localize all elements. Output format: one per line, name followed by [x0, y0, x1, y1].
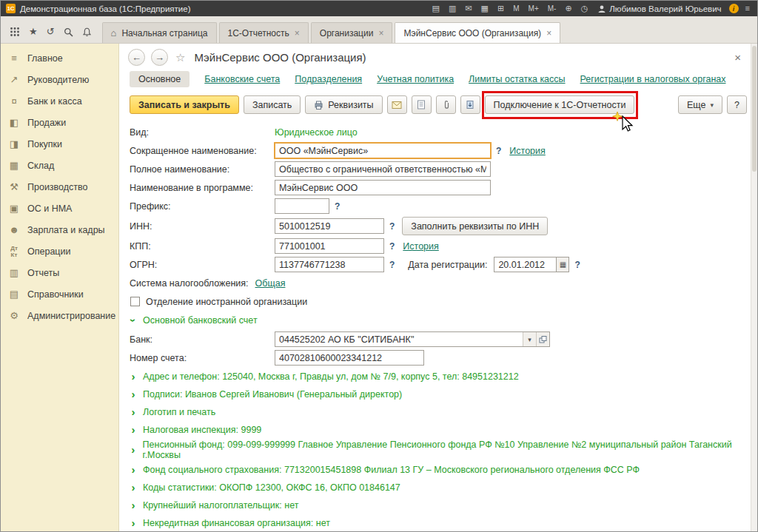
memory-minus-button[interactable]: M-: [546, 4, 559, 13]
zoom-icon[interactable]: ⊕: [563, 1, 574, 16]
help-icon[interactable]: ?: [389, 221, 395, 232]
ogrn-input[interactable]: [275, 257, 384, 272]
production-icon: ⚒: [7, 181, 21, 192]
sidebar-item-administration[interactable]: ⚙Администрирование: [1, 305, 118, 326]
short-name-history-link[interactable]: История: [509, 146, 545, 156]
sidebar-item-operations[interactable]: Дт КтОперации: [1, 240, 118, 262]
close-form-icon[interactable]: ×: [734, 51, 741, 64]
printer-icon[interactable]: ▥: [446, 1, 458, 16]
calendar-icon[interactable]: ▦: [556, 257, 569, 272]
save-button[interactable]: Записать: [244, 95, 301, 114]
more-button[interactable]: Еще ▾: [678, 95, 722, 114]
cash-icon: ¤: [7, 95, 21, 107]
tab-mainservice-organization[interactable]: МэйнСервис ООО (Организация) ×: [395, 22, 560, 43]
kpp-history-link[interactable]: История: [403, 241, 438, 252]
tab-main[interactable]: Основное: [130, 71, 190, 87]
tab-tax-registrations[interactable]: Регистрации в налоговых органах: [580, 74, 726, 84]
search-icon[interactable]: [64, 27, 73, 37]
scrollbar-thumb[interactable]: [752, 46, 757, 172]
notifications-bell-icon[interactable]: [82, 27, 92, 37]
section-statistics-codes[interactable]: ›Коды статистики: ОКОПФ 12300, ОКФС 16, …: [130, 479, 747, 496]
tab-1c-reporting[interactable]: 1С-Отчетность ×: [219, 22, 309, 43]
help-icon[interactable]: ?: [574, 260, 580, 270]
section-tax-inspection[interactable]: ›Налоговая инспекция: 9999: [130, 422, 747, 438]
full-name-input[interactable]: [275, 161, 491, 177]
tab-close-icon[interactable]: ×: [546, 28, 551, 38]
foreign-branch-checkbox[interactable]: [130, 297, 140, 306]
sections-grid-icon[interactable]: [10, 27, 20, 37]
help-button[interactable]: ?: [727, 95, 747, 114]
mail-icon[interactable]: ✉: [463, 1, 474, 16]
history-icon[interactable]: ↺: [47, 27, 55, 37]
section-pension-fund[interactable]: ›Пенсионный фонд: 099-099-999999 Главное…: [130, 440, 747, 460]
vertical-scrollbar[interactable]: [751, 44, 757, 531]
attachments-button[interactable]: [436, 95, 456, 114]
sidebar-item-bank-cash[interactable]: ¤Банк и касса: [1, 90, 118, 112]
section-largest-taxpayer[interactable]: ›Крупнейший налогоплательщик: нет: [130, 497, 747, 514]
full-name-row: Полное наименование:: [130, 161, 747, 177]
program-name-input[interactable]: [275, 180, 491, 195]
monitor-icon[interactable]: ▤: [430, 1, 442, 16]
sidebar-item-manager[interactable]: ↗Руководителю: [1, 69, 118, 90]
window-titlebar: 1С Демонстрационная база (1С:Предприятие…: [1, 1, 757, 16]
tab-cash-limits[interactable]: Лимиты остатка кассы: [469, 74, 565, 84]
note-button[interactable]: [412, 95, 432, 114]
favorite-star-icon[interactable]: ☆: [175, 51, 185, 64]
prefix-input[interactable]: [275, 198, 329, 214]
calculator-icon[interactable]: ⊞: [495, 1, 506, 16]
favorites-star-icon[interactable]: ★: [29, 27, 38, 37]
section-non-credit-org[interactable]: ›Некредитная финансовая организация: нет: [130, 515, 747, 531]
inn-input[interactable]: [275, 218, 384, 234]
back-button[interactable]: ←: [128, 49, 145, 66]
account-number-input[interactable]: [275, 350, 424, 366]
short-name-input[interactable]: [275, 143, 491, 158]
kpp-input[interactable]: [275, 238, 384, 254]
tab-organizations[interactable]: Организации ×: [311, 22, 393, 43]
memory-button[interactable]: M: [511, 4, 521, 13]
sidebar-item-purchases[interactable]: ◨Покупки: [1, 133, 118, 155]
tab-accounting-policy[interactable]: Учетная политика: [377, 74, 454, 84]
section-signatures[interactable]: ›Подписи: Иванов Сергей Иванович (Генера…: [130, 386, 747, 403]
tab-close-icon[interactable]: ×: [295, 28, 300, 38]
bank-input[interactable]: [275, 332, 523, 346]
sidebar-item-main[interactable]: ≡Главное: [1, 47, 118, 69]
requisites-button[interactable]: Реквизиты: [305, 95, 382, 114]
section-address-phone[interactable]: ›Адрес и телефон: 125040, Москва г, Прав…: [130, 368, 747, 385]
load-button[interactable]: [460, 95, 480, 114]
current-user[interactable]: Любимов Валерий Юрьевич: [597, 4, 721, 13]
open-item-icon[interactable]: [536, 332, 549, 346]
sidebar-item-directories[interactable]: ▤Справочники: [1, 283, 118, 305]
section-social-insurance[interactable]: ›Фонд социального страхования: 771320015…: [130, 462, 747, 478]
tab-bank-accounts[interactable]: Банковские счета: [204, 74, 280, 84]
fill-by-inn-button[interactable]: Заполнить реквизиты по ИНН: [402, 217, 548, 235]
sidebar-item-salary-hr[interactable]: ☻Зарплата и кадры: [1, 219, 118, 240]
section-main-bank-account[interactable]: › Основной банковский счет: [130, 312, 747, 329]
help-icon[interactable]: ?: [496, 146, 501, 156]
sidebar-item-sales[interactable]: ◧Продажи: [1, 112, 118, 133]
tab-close-icon[interactable]: ×: [378, 28, 383, 38]
section-logo-stamp[interactable]: ›Логотип и печать: [130, 404, 747, 420]
sidebar-item-warehouse[interactable]: ▦Склад: [1, 155, 118, 176]
dropdown-arrow-icon[interactable]: ▾: [523, 332, 536, 346]
main-menu-icon[interactable]: ≡: [743, 1, 752, 16]
connect-1c-reporting-button[interactable]: Подключение к 1С-Отчетности: [485, 95, 635, 114]
documents-icon[interactable]: ▦: [479, 1, 491, 16]
tab-home-page[interactable]: ⌂ Начальная страница: [102, 22, 217, 43]
sidebar-item-reports[interactable]: ▥Отчеты: [1, 262, 118, 283]
clock-icon[interactable]: ◷: [579, 1, 591, 16]
reg-date-input[interactable]: [494, 257, 556, 272]
section-label: Подписи: Иванов Сергей Иванович (Генерал…: [143, 389, 402, 400]
sidebar-item-fixed-assets[interactable]: ▣ОС и НМА: [1, 198, 118, 219]
mail-button[interactable]: [387, 95, 407, 114]
help-icon[interactable]: ?: [389, 241, 395, 252]
memory-plus-button[interactable]: M+: [526, 4, 541, 13]
tab-departments[interactable]: Подразделения: [295, 74, 362, 84]
help-icon[interactable]: ?: [335, 201, 340, 212]
tax-system-label: Система налогообложения:: [130, 278, 249, 289]
tax-system-link[interactable]: Общая: [255, 278, 286, 289]
info-icon[interactable]: i: [729, 4, 739, 13]
sidebar-item-production[interactable]: ⚒Производство: [1, 176, 118, 198]
help-icon[interactable]: ?: [389, 260, 395, 270]
forward-button[interactable]: →: [151, 49, 168, 66]
save-and-close-button[interactable]: Записать и закрыть: [130, 95, 239, 114]
